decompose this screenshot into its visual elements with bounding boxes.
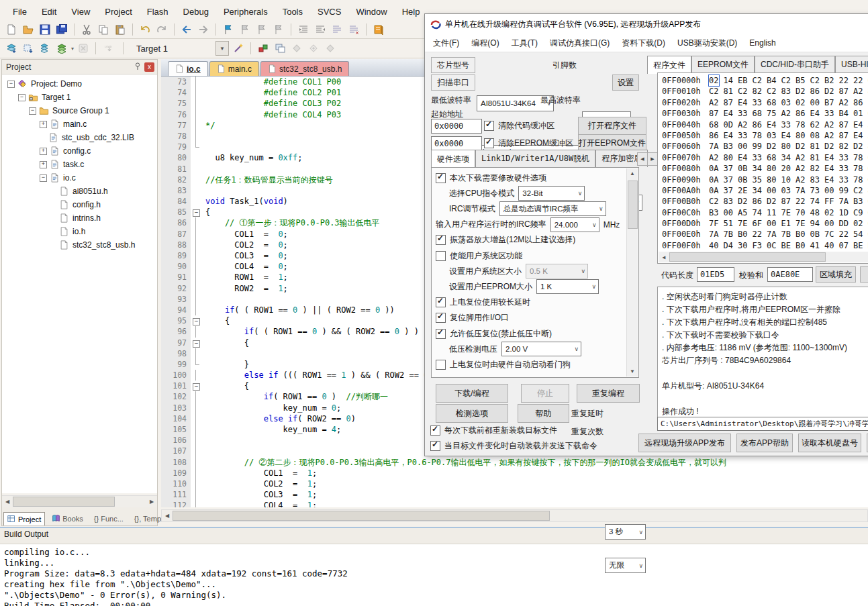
eeprom-start-address-input[interactable]: 0x0000 bbox=[431, 136, 482, 151]
bookmark-next-icon[interactable] bbox=[254, 22, 269, 37]
hex-byte[interactable]: BE bbox=[853, 240, 863, 251]
tree-item-stc-usb-cdc-32-lib[interactable]: stc_usb_cdc_32.LIB bbox=[2, 131, 157, 144]
hex-byte[interactable]: 7B bbox=[781, 229, 791, 240]
repeat-times-select[interactable]: 无限 bbox=[605, 558, 646, 573]
hex-byte[interactable]: 75 bbox=[767, 108, 777, 119]
undo-icon[interactable] bbox=[138, 22, 152, 37]
project-hscrollbar[interactable]: ◀ ▶ bbox=[2, 495, 157, 507]
scroll-thumb[interactable] bbox=[173, 511, 550, 521]
hex-byte[interactable]: 86 bbox=[810, 86, 820, 97]
scroll-thumb[interactable] bbox=[669, 252, 826, 262]
tree-expander-icon[interactable]: + bbox=[40, 148, 47, 155]
file-tab-0[interactable]: 程序文件 bbox=[647, 56, 691, 74]
hex-byte[interactable]: B3 bbox=[709, 207, 719, 218]
menu-file[interactable]: File bbox=[7, 5, 33, 18]
option-checkbox-4[interactable]: 振荡器放大增益(12M以上建议选择) bbox=[436, 233, 624, 248]
tree-item-io-c[interactable]: −io.c bbox=[2, 171, 157, 185]
clear-buffer-button[interactable]: 清空 bbox=[860, 266, 868, 283]
hex-byte[interactable]: D2 bbox=[824, 86, 834, 97]
hex-byte[interactable]: E4 bbox=[738, 152, 748, 163]
tab-scroll-right-icon[interactable]: ▶ bbox=[647, 152, 658, 166]
option-checkbox-12[interactable]: 上电复位时由硬件自动启动看门狗 bbox=[436, 357, 624, 372]
hex-byte[interactable]: 86 bbox=[709, 130, 719, 141]
hex-byte[interactable]: 0B bbox=[738, 174, 748, 185]
option-select-3[interactable]: 24.000 bbox=[550, 217, 599, 232]
isp-menu-item[interactable]: 资料下载(D) bbox=[616, 36, 671, 51]
hex-byte[interactable]: 87 bbox=[781, 196, 791, 207]
hex-byte[interactable]: 86 bbox=[753, 119, 763, 130]
hex-byte[interactable]: 80 bbox=[724, 152, 734, 163]
hex-byte[interactable]: 37 bbox=[724, 174, 734, 185]
hex-byte[interactable]: B5 bbox=[795, 75, 806, 86]
help-button[interactable]: 帮助 bbox=[518, 404, 569, 423]
hex-byte[interactable]: E4 bbox=[781, 130, 791, 141]
option-select-7[interactable]: 1 K bbox=[536, 279, 599, 294]
hex-byte[interactable]: 82 bbox=[839, 141, 849, 152]
hex-byte[interactable]: 07 bbox=[839, 240, 849, 251]
comment-selection-icon[interactable] bbox=[330, 22, 344, 37]
menu-svcs[interactable]: SVCS bbox=[311, 5, 347, 18]
hex-byte[interactable]: C2 bbox=[753, 75, 763, 86]
hex-byte[interactable]: 7E bbox=[795, 218, 806, 229]
hex-byte[interactable]: 86 bbox=[853, 97, 863, 108]
hex-byte[interactable]: 81 bbox=[810, 141, 820, 152]
rebuild-all-icon[interactable] bbox=[38, 41, 52, 56]
reload-target-checkbox[interactable]: 每次下载前都重新装载目标文件 bbox=[430, 425, 557, 436]
hex-byte[interactable]: FF bbox=[824, 196, 834, 207]
hex-byte[interactable]: 03 bbox=[781, 97, 791, 108]
tree-item-intrins-h[interactable]: intrins.h bbox=[2, 211, 157, 225]
hex-byte[interactable]: B4 bbox=[767, 75, 777, 86]
hex-byte[interactable]: 33 bbox=[738, 130, 748, 141]
hex-byte[interactable]: 99 bbox=[753, 141, 763, 152]
hex-byte[interactable]: 81 bbox=[810, 152, 820, 163]
hex-byte[interactable]: 22 bbox=[839, 229, 849, 240]
hex-byte[interactable]: 68 bbox=[767, 97, 777, 108]
hex-byte[interactable]: 0B bbox=[738, 163, 748, 174]
hex-byte[interactable]: A2 bbox=[839, 97, 849, 108]
hex-byte[interactable]: A2 bbox=[824, 119, 834, 130]
hex-byte[interactable]: 78 bbox=[753, 130, 763, 141]
fold-collapse-icon[interactable]: − bbox=[191, 207, 201, 217]
hex-byte[interactable]: 22 bbox=[853, 75, 863, 86]
hex-byte[interactable]: 73 bbox=[810, 185, 820, 196]
hex-byte[interactable]: 80 bbox=[795, 130, 806, 141]
scroll-left-icon[interactable]: ◀ bbox=[2, 497, 13, 507]
hex-byte[interactable]: E4 bbox=[767, 119, 777, 130]
hex-byte[interactable]: DD bbox=[839, 218, 849, 229]
scroll-left-icon[interactable]: ◀ bbox=[162, 511, 173, 521]
clear-eeprom-buffer-checkbox[interactable]: 清除EEPROM缓冲区 bbox=[484, 138, 573, 149]
hex-byte[interactable]: 0C bbox=[767, 240, 777, 251]
hex-byte[interactable]: 80 bbox=[767, 174, 777, 185]
hex-byte[interactable]: 33 bbox=[839, 163, 849, 174]
tree-item-source-group-1[interactable]: −Source Group 1 bbox=[2, 104, 157, 117]
hex-byte[interactable]: C2 bbox=[781, 75, 791, 86]
hex-byte[interactable]: C2 bbox=[738, 86, 748, 97]
option-checkbox-5[interactable]: 使能用户系统区功能 bbox=[436, 248, 624, 263]
hex-byte[interactable]: 0A bbox=[709, 185, 719, 196]
hex-byte[interactable]: B0 bbox=[738, 229, 748, 240]
redo-icon[interactable] bbox=[154, 22, 169, 37]
hex-byte[interactable]: 78 bbox=[853, 174, 863, 185]
function-editor-icon[interactable] bbox=[306, 41, 321, 56]
hex-byte[interactable]: C2 bbox=[709, 86, 719, 97]
build-target-icon[interactable] bbox=[21, 41, 36, 56]
bottom-button-1[interactable]: 发布APP帮助 bbox=[736, 434, 793, 452]
hex-byte[interactable]: B0 bbox=[795, 229, 806, 240]
editor-hscrollbar[interactable]: ◀ bbox=[161, 509, 868, 522]
hex-byte[interactable]: 80 bbox=[781, 141, 791, 152]
open-manual-icon[interactable] bbox=[371, 22, 386, 37]
hex-byte[interactable]: 7A bbox=[709, 141, 719, 152]
load-application-icon[interactable]: LOAD bbox=[101, 41, 118, 56]
hex-byte[interactable]: 51 bbox=[724, 218, 734, 229]
hex-byte[interactable]: 33 bbox=[839, 174, 849, 185]
menu-peripherals[interactable]: Peripherals bbox=[218, 5, 274, 18]
menu-tools[interactable]: Tools bbox=[277, 5, 309, 18]
hex-byte[interactable]: 40 bbox=[824, 240, 834, 251]
hex-byte[interactable]: 00 bbox=[810, 97, 820, 108]
isp-titlebar[interactable]: 单片机在线升级编程仿真调试平台软件 (V6.95E), 远程现场升级APP发布 bbox=[425, 14, 868, 34]
copy-icon[interactable] bbox=[96, 22, 111, 37]
hex-byte[interactable]: 0D bbox=[724, 119, 734, 130]
hex-byte[interactable]: 7E bbox=[781, 207, 791, 218]
hex-byte[interactable]: 02 bbox=[795, 97, 806, 108]
indent-less-icon[interactable] bbox=[313, 22, 328, 37]
